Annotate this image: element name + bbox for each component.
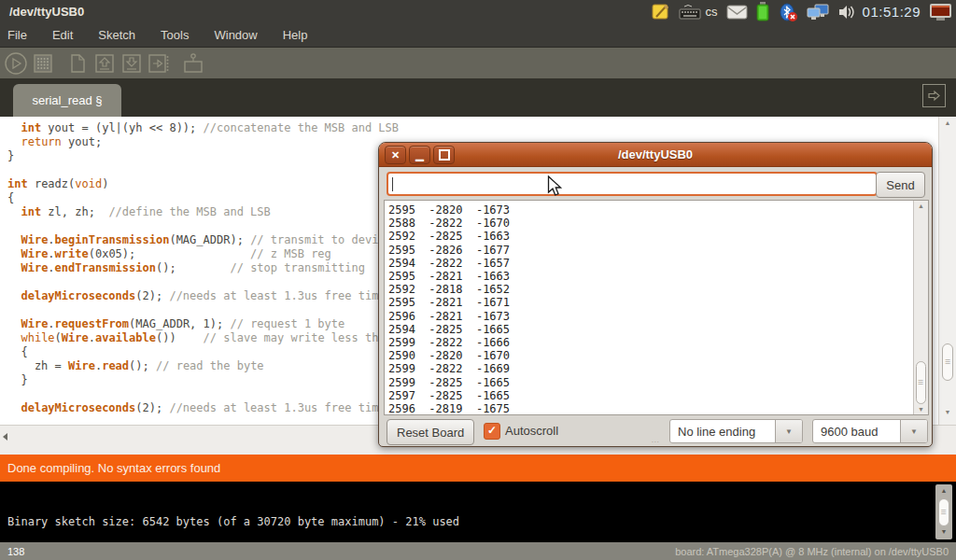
new-file-icon	[65, 51, 90, 76]
scroll-up-icon[interactable]: ▲	[935, 487, 952, 494]
serial-output-rows: 2595 -2820 -16732588 -2822 -16702592 -28…	[385, 201, 928, 415]
top-panel: /dev/ttyUSB0 cs 01:51:	[0, 0, 956, 23]
grip-icon: ☰	[940, 509, 946, 516]
screen: /dev/ttyUSB0 cs 01:51:	[0, 0, 956, 560]
tab-serial-read[interactable]: serial_read §	[13, 84, 121, 117]
baud-rate-select[interactable]: 9600 baud ▼	[812, 419, 928, 443]
serial-row: 2596 -2819 -1675	[388, 402, 928, 415]
mouse-cursor	[547, 175, 563, 202]
serial-row: 2595 -2821 -1671	[388, 296, 928, 309]
serial-input-field[interactable]	[387, 172, 878, 196]
serial-row: 2592 -2818 -1652	[388, 283, 928, 296]
send-button[interactable]: Send	[876, 172, 925, 198]
window-title: /dev/ttyUSB0	[9, 5, 84, 19]
keyboard-icon[interactable]	[679, 0, 701, 23]
window-resize-grip[interactable]: ⋯	[652, 440, 660, 445]
menubar: FileEditSketchToolsWindowHelp	[0, 23, 956, 48]
tab-menu-button[interactable]	[922, 84, 946, 107]
grip-icon: ☰	[945, 358, 950, 366]
arrow-right-icon	[927, 89, 941, 103]
editor-scrollbar-thumb[interactable]: ☰	[942, 343, 953, 381]
save-icon	[120, 51, 144, 76]
line-ending-select[interactable]: No line ending ▼	[669, 419, 803, 443]
menu-item-window[interactable]: Window	[214, 28, 257, 42]
serial-monitor-title: /dev/ttyUSB0	[379, 143, 932, 166]
serial-row: 2590 -2820 -1670	[388, 349, 928, 362]
status-message: Done compiling. No syntax errors found	[7, 461, 220, 475]
autoscroll-label[interactable]: Autoscroll	[505, 424, 558, 438]
scroll-up-icon[interactable]: ▲	[914, 203, 928, 209]
serial-monitor-icon	[181, 51, 205, 76]
scroll-left-icon[interactable]	[3, 433, 7, 441]
bluetooth-icon[interactable]	[778, 0, 798, 23]
upload-icon	[147, 51, 171, 76]
code-line: int yout = (yl|(yh << 8)); //concatenate…	[7, 121, 938, 135]
serial-scrollbar[interactable]: ▲ ☰ ▼	[913, 201, 928, 414]
serial-row: 2596 -2821 -1673	[388, 310, 928, 323]
menu-item-edit[interactable]: Edit	[52, 28, 73, 42]
volume-icon[interactable]	[837, 0, 854, 23]
serial-row: 2597 -2825 -1665	[388, 389, 928, 402]
serial-row: 2595 -2826 -1677	[388, 244, 928, 257]
menu-item-tools[interactable]: Tools	[161, 28, 189, 42]
console-scrollbar-thumb[interactable]: ☰	[938, 498, 949, 526]
compile-status-bar: Done compiling. No syntax errors found	[0, 455, 956, 482]
serial-row: 2594 -2825 -1665	[388, 323, 928, 336]
display-icon[interactable]	[929, 0, 952, 23]
upload-button[interactable]	[147, 51, 171, 76]
serial-row: 2595 -2821 -1663	[388, 270, 928, 283]
scroll-up-icon[interactable]: ▲	[939, 119, 956, 126]
scroll-down-icon[interactable]: ▼	[935, 528, 952, 535]
serial-monitor-button[interactable]	[181, 51, 205, 76]
verify-button[interactable]	[4, 51, 28, 76]
console-output: Binary sketch size: 6542 bytes (of a 307…	[0, 482, 956, 542]
stop-icon	[31, 51, 55, 76]
cursor-arrow-icon	[547, 175, 563, 198]
line-ending-value: No line ending	[670, 420, 775, 442]
reset-board-button[interactable]: Reset Board	[387, 419, 474, 445]
new-sketch-button[interactable]	[65, 51, 90, 76]
serial-row: 2594 -2822 -1657	[388, 257, 928, 270]
chevron-down-icon[interactable]: ▼	[775, 420, 802, 442]
serial-scrollbar-thumb[interactable]: ☰	[916, 361, 926, 404]
serial-row: 2599 -2822 -1666	[388, 336, 928, 349]
chevron-down-icon[interactable]: ▼	[900, 420, 927, 442]
footer-status-bar: 138 board: ATmega328P(A) @ 8 MHz (intern…	[0, 542, 956, 560]
serial-output-area[interactable]: 2595 -2820 -16732588 -2822 -16702592 -28…	[384, 200, 929, 415]
serial-row: 2592 -2825 -1663	[388, 230, 928, 243]
autoscroll-checkbox[interactable]: ✓	[484, 423, 500, 440]
board-info: board: ATmega328P(A) @ 8 MHz (internal) …	[675, 546, 949, 557]
baud-rate-value: 9600 baud	[813, 420, 900, 442]
menu-item-sketch[interactable]: Sketch	[98, 28, 135, 42]
serial-row: 2595 -2820 -1673	[388, 203, 928, 217]
note-icon[interactable]	[652, 0, 670, 23]
menu-item-file[interactable]: File	[7, 28, 27, 42]
menu-item-help[interactable]: Help	[283, 28, 308, 42]
keyboard-layout-indicator[interactable]: cs	[706, 5, 718, 19]
stop-button[interactable]	[31, 51, 55, 76]
text-caret	[392, 177, 393, 191]
tab-bar: serial_read §	[0, 78, 956, 117]
serial-monitor-window: ✕ ▁ /dev/ttyUSB0 Send 2595 -2820 -167325…	[378, 142, 933, 447]
verify-icon	[4, 51, 28, 76]
serial-row: 2599 -2822 -1669	[388, 362, 928, 375]
serial-row: 2599 -2825 -1665	[388, 376, 928, 389]
grip-icon: ☰	[918, 379, 923, 386]
battery-icon[interactable]	[756, 0, 769, 23]
scroll-down-icon[interactable]: ▼	[939, 409, 956, 415]
line-number-indicator: 138	[7, 546, 24, 557]
network-icon[interactable]	[807, 0, 829, 23]
toolbar	[0, 48, 956, 78]
open-sketch-button[interactable]	[92, 51, 117, 76]
save-sketch-button[interactable]	[120, 51, 144, 76]
serial-row: 2588 -2822 -1670	[388, 217, 928, 230]
clock[interactable]: 01:51:29	[863, 4, 921, 20]
mail-icon[interactable]	[726, 0, 748, 23]
console-scrollbar[interactable]: ▲ ☰ ▼	[935, 484, 952, 539]
serial-monitor-titlebar[interactable]: ✕ ▁ /dev/ttyUSB0	[379, 143, 932, 167]
editor-vertical-scrollbar[interactable]: ▲ ☰ ▼	[938, 117, 956, 425]
system-tray: cs 01:51:29	[652, 0, 952, 23]
console-text: Binary sketch size: 6542 bytes (of a 307…	[7, 515, 459, 528]
scroll-down-icon[interactable]: ▼	[914, 406, 928, 413]
open-icon	[92, 51, 117, 76]
